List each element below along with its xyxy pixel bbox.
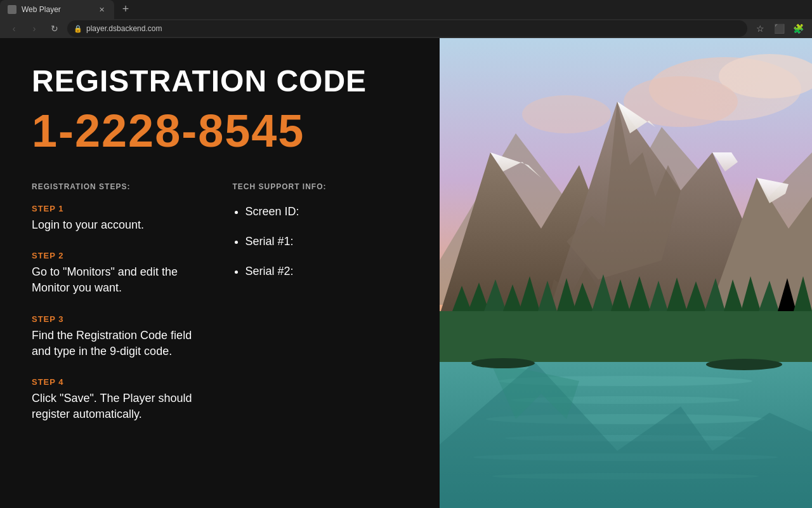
url-text: player.dsbackend.com <box>86 24 741 33</box>
nav-right-icons: ☆ ⬛ 🧩 <box>752 21 806 36</box>
step-1-text: Login to your account. <box>32 217 207 233</box>
registration-code: 1-2228-8545 <box>32 105 408 157</box>
puzzle-icon[interactable]: 🧩 <box>790 21 806 36</box>
tab-favicon <box>8 5 16 14</box>
svg-point-45 <box>471 358 535 368</box>
svg-point-46 <box>706 359 782 370</box>
step-4-text: Click "Save". The Player should register… <box>32 391 207 422</box>
registration-title: REGISTRATION CODE <box>32 64 408 98</box>
svg-point-4 <box>522 95 611 133</box>
right-panel <box>440 38 812 508</box>
nav-bar: ‹ › ↻ 🔒 player.dsbackend.com ☆ ⬛ 🧩 <box>0 19 812 38</box>
steps-column: REGISTRATION STEPS: STEP 1 Login to your… <box>32 182 207 440</box>
lock-icon: 🔒 <box>74 25 82 33</box>
back-button[interactable]: ‹ <box>6 21 22 36</box>
serial-2-item: Serial #2: <box>246 264 409 279</box>
step-3: STEP 3 Find the Registration Code field … <box>32 314 207 359</box>
step-1: STEP 1 Login to your account. <box>32 204 207 233</box>
tab-close-button[interactable]: ✕ <box>96 4 107 15</box>
step-2: STEP 2 Go to "Monitors" and edit the Mon… <box>32 251 207 296</box>
refresh-button[interactable]: ↻ <box>47 21 62 36</box>
mountain-scene <box>440 38 812 508</box>
address-bar[interactable]: 🔒 player.dsbackend.com <box>67 20 747 37</box>
tech-column: TECH SUPPORT INFO: Screen ID: Serial #1:… <box>233 182 409 440</box>
tab-bar: Web Player ✕ + <box>0 0 812 19</box>
tab-label: Web Player <box>22 5 91 14</box>
tech-column-title: TECH SUPPORT INFO: <box>233 182 409 191</box>
step-4: STEP 4 Click "Save". The Player should r… <box>32 377 207 422</box>
step-3-label: STEP 3 <box>32 314 207 324</box>
star-icon[interactable]: ☆ <box>752 21 768 36</box>
extensions-icon[interactable]: ⬛ <box>771 21 787 36</box>
left-panel: REGISTRATION CODE 1-2228-8545 REGISTRATI… <box>0 38 440 508</box>
step-3-text: Find the Registration Code field and typ… <box>32 328 207 359</box>
screen-id-item: Screen ID: <box>246 204 409 220</box>
svg-rect-15 <box>440 311 812 362</box>
active-tab[interactable]: Web Player ✕ <box>0 0 114 19</box>
page-content: REGISTRATION CODE 1-2228-8545 REGISTRATI… <box>0 38 812 508</box>
new-tab-button[interactable]: + <box>117 0 134 18</box>
steps-column-title: REGISTRATION STEPS: <box>32 182 207 191</box>
step-2-label: STEP 2 <box>32 251 207 260</box>
serial-1-item: Serial #1: <box>246 234 409 250</box>
forward-button[interactable]: › <box>27 21 42 36</box>
step-2-text: Go to "Monitors" and edit the Monitor yo… <box>32 264 207 296</box>
tech-list: Screen ID: Serial #1: Serial #2: <box>233 204 409 280</box>
browser-chrome: Web Player ✕ + ‹ › ↻ 🔒 player.dsbackend.… <box>0 0 812 38</box>
step-1-label: STEP 1 <box>32 204 207 213</box>
two-columns: REGISTRATION STEPS: STEP 1 Login to your… <box>32 182 408 440</box>
step-4-label: STEP 4 <box>32 377 207 387</box>
